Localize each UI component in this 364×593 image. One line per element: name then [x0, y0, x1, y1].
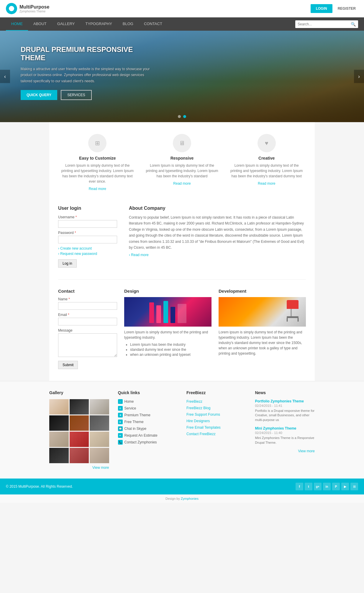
- fb-link-2[interactable]: Free Support Forums: [186, 412, 246, 417]
- development-text: Lorem ipsum is simply dummy text of the …: [219, 330, 306, 356]
- contact-email-input[interactable]: [58, 318, 117, 325]
- contact-message-input[interactable]: [58, 333, 117, 357]
- ql-contact[interactable]: 📞 Contact Zymphonies: [118, 440, 178, 445]
- news-item-1: Mini Zymphonies Theme 02/24/2015 - 11:40…: [255, 426, 315, 445]
- ql-premium-theme[interactable]: 🖥 Premium Theme: [118, 413, 178, 417]
- fb-link-5[interactable]: Contact FreeBiezz: [186, 432, 246, 436]
- fb-link-0[interactable]: FreeBiezz: [186, 399, 246, 404]
- feature-customize-title: Easy to Customize: [61, 156, 134, 160]
- feature-creative-readmore[interactable]: Read more: [258, 181, 275, 186]
- password-input[interactable]: [58, 236, 117, 243]
- nav-home[interactable]: HOME: [6, 17, 28, 31]
- social-googleplus[interactable]: g+: [314, 483, 322, 490]
- fb-link-3[interactable]: Hire Designers: [186, 419, 246, 423]
- gallery-thumb-4[interactable]: [49, 415, 69, 431]
- hero-prev-button[interactable]: ‹: [0, 70, 10, 83]
- news-title-1[interactable]: Mini Zymphonies Theme: [255, 426, 315, 430]
- create-account-link[interactable]: › Create new account: [58, 246, 117, 250]
- social-linkedin[interactable]: in: [323, 483, 331, 490]
- gallery-thumb-11[interactable]: [70, 448, 89, 463]
- username-input[interactable]: [58, 220, 117, 228]
- contact-name-label: Name *: [58, 297, 117, 301]
- gallery-thumb-12[interactable]: [90, 448, 109, 463]
- ql-service-label: Service: [124, 406, 136, 410]
- development-section: Development Lorem ipsum is simply dummy …: [219, 289, 306, 369]
- search-input[interactable]: [295, 21, 348, 28]
- feature-customize-readmore[interactable]: Read more: [89, 187, 106, 191]
- ql-skype-label: Chat in Skype: [124, 427, 147, 431]
- gallery-thumb-9[interactable]: [90, 432, 109, 447]
- fb-link-4[interactable]: Free Email Templates: [186, 425, 246, 430]
- ql-free-icon: ⊞: [118, 420, 123, 424]
- gallery-view-more[interactable]: View more: [49, 466, 109, 470]
- gallery-thumb-7[interactable]: [49, 432, 69, 447]
- gallery-thumb-2[interactable]: [70, 399, 89, 415]
- gallery-thumb-5[interactable]: [70, 415, 89, 431]
- contact-name-input[interactable]: [58, 302, 117, 310]
- ql-service[interactable]: ⚙ Service: [118, 406, 178, 411]
- logo-name: MultiPurpose: [19, 4, 49, 10]
- social-rss[interactable]: ⊞: [350, 483, 358, 490]
- customize-icon: ⊞: [88, 134, 106, 152]
- social-pinterest[interactable]: P: [332, 483, 340, 490]
- request-password-link[interactable]: › Request new password: [58, 252, 117, 256]
- contact-email-label: Email *: [58, 313, 117, 317]
- design-title: Design: [124, 289, 211, 294]
- hero-next-button[interactable]: ›: [354, 70, 364, 83]
- ql-estimate[interactable]: ✉ Request An Estimate: [118, 433, 178, 438]
- ql-skype[interactable]: 💬 Chat in Skype: [118, 426, 178, 431]
- nav-typography[interactable]: TYPOGRAPHY: [80, 17, 117, 31]
- dot-1[interactable]: [178, 115, 181, 118]
- development-image: [219, 297, 306, 327]
- login-submit-button[interactable]: Log in: [58, 259, 77, 268]
- quicklinks-list: ⌂ Home ⚙ Service 🖥 Premium Theme ⊞ Free …: [118, 399, 178, 445]
- gallery-thumb-1[interactable]: [49, 399, 69, 415]
- feature-customize: ⊞ Easy to Customize Lorem Ipsum is simpl…: [58, 131, 137, 194]
- news-title-0[interactable]: Portfolio Zymphonies Theme: [255, 399, 315, 403]
- news-title: News: [255, 390, 315, 395]
- about-readmore[interactable]: › Read more: [129, 253, 306, 257]
- ql-estimate-label: Request An Estimate: [124, 433, 158, 438]
- contact-message-label: Message: [58, 328, 117, 332]
- nav-contact[interactable]: CONTACT: [139, 17, 168, 31]
- user-login-title: User login: [58, 206, 117, 211]
- social-twitter[interactable]: t: [305, 483, 312, 490]
- feature-creative: ♥ Creative Lorem Ipsum is simply dummy t…: [227, 131, 306, 194]
- gallery-thumb-3[interactable]: [90, 399, 109, 415]
- header: MultiPurpose Zymphonies Theme LOGIN REGI…: [0, 0, 364, 17]
- social-facebook[interactable]: f: [296, 483, 303, 490]
- footer-quicklinks: Quick links ⌂ Home ⚙ Service 🖥 Premium T…: [118, 390, 178, 470]
- development-title: Development: [219, 289, 306, 294]
- design-section: Design Lorem Ipsum is simply dummy text …: [124, 289, 211, 369]
- contact-section: Contact Name * Email * Message Submit: [58, 289, 117, 369]
- ql-free-theme[interactable]: ⊞ Free Theme: [118, 420, 178, 424]
- nav-about[interactable]: ABOUT: [28, 17, 52, 31]
- fb-link-1[interactable]: FreeBiezz Blog: [186, 406, 246, 410]
- gallery-thumb-8[interactable]: [70, 432, 89, 447]
- navbar: HOME ABOUT GALLERY TYPOGRAPHY BLOG CONTA…: [0, 17, 364, 31]
- nav-blog[interactable]: BLOG: [117, 17, 139, 31]
- footer-freebiezz: FreeBiezz FreeBiezz FreeBiezz Blog Free …: [186, 390, 246, 470]
- design-by-link[interactable]: Zymphonies: [181, 497, 199, 500]
- feature-customize-text: Lorem Ipsum is simply dummy text of the …: [61, 163, 134, 184]
- gallery-thumb-6[interactable]: [90, 415, 109, 431]
- logo-subtitle: Zymphonies Theme: [19, 10, 49, 13]
- news-view-more[interactable]: View more: [255, 449, 315, 453]
- services-button[interactable]: SERVICES: [61, 90, 91, 100]
- login-button[interactable]: LOGIN: [311, 4, 332, 13]
- gallery-thumb-10[interactable]: [49, 448, 69, 463]
- contact-submit-button[interactable]: Submit: [58, 361, 78, 369]
- ql-contact-label: Contact Zymphonies: [124, 440, 157, 444]
- ql-premium-label: Premium Theme: [124, 413, 150, 417]
- register-button[interactable]: REGISTER: [335, 4, 358, 13]
- ql-home[interactable]: ⌂ Home: [118, 399, 178, 404]
- nav-search-box: 🔍: [295, 20, 358, 28]
- feature-responsive-readmore[interactable]: Read more: [173, 181, 191, 186]
- quick-query-button[interactable]: QUICK QUERY: [21, 90, 57, 100]
- search-icon[interactable]: 🔍: [348, 20, 358, 28]
- social-youtube[interactable]: ▶: [341, 483, 349, 490]
- dot-2[interactable]: [183, 115, 186, 118]
- login-about-section: User login Username * Password * › Creat…: [58, 206, 306, 268]
- nav-gallery[interactable]: GALLERY: [52, 17, 80, 31]
- design-bullet-2: standard dummy text ever since the: [130, 348, 211, 352]
